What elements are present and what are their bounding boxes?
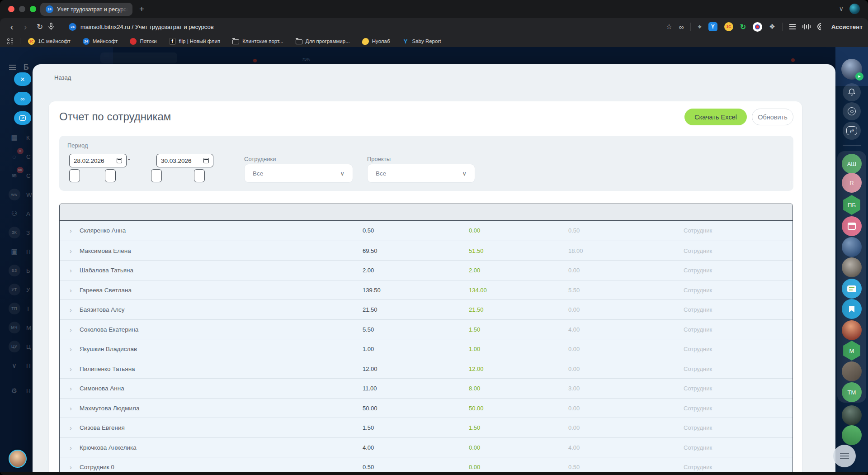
expand-chevron-icon[interactable]: › <box>70 221 72 241</box>
voice-equalizer-icon[interactable] <box>802 24 811 29</box>
assistant-wave-icon[interactable] <box>817 23 825 30</box>
expand-chevron-icon[interactable]: › <box>70 379 72 399</box>
fullscreen-window-button[interactable] <box>30 6 36 12</box>
table-row[interactable]: › Гареева Светлана 139.50 134.00 5.50 Со… <box>60 280 793 300</box>
bookmark-item[interactable]: f flip | Новый флип <box>169 38 220 45</box>
messenger-button[interactable]: ⇄ <box>843 122 861 140</box>
assistant-label[interactable]: Ассистент <box>831 24 863 30</box>
back-link[interactable]: Назад <box>54 74 71 81</box>
bookmark-item[interactable]: 1С 1С мейнсофт <box>28 38 71 45</box>
reload-button[interactable]: ↻ <box>34 18 45 35</box>
table-row[interactable]: › Скляренко Анна 0.50 0.00 0.50 Сотрудни… <box>60 221 793 241</box>
table-row[interactable]: › Махмутова Людмила 50.00 50.00 0.00 Сот… <box>60 398 793 418</box>
open-in-new-window-button[interactable]: ↗ <box>14 111 31 125</box>
table-row[interactable]: › Пилипенко Татьяна 12.00 12.00 0.00 Сот… <box>60 359 793 379</box>
employee-name: Гареева Светлана <box>80 280 132 300</box>
calendar-chat-avatar[interactable] <box>842 216 862 236</box>
calendar-icon <box>848 223 856 230</box>
current-user-avatar[interactable] <box>9 450 27 468</box>
employees-select[interactable]: Все ∨ <box>244 164 353 183</box>
notifications-button[interactable] <box>843 83 861 101</box>
chat-avatar-photo[interactable] <box>842 425 862 445</box>
chat-avatar-photo[interactable] <box>842 257 862 277</box>
expand-chevron-icon[interactable]: › <box>70 359 72 379</box>
user-avatar[interactable]: ▶ <box>841 59 862 80</box>
sync-extension-icon[interactable]: ↻ <box>740 23 746 31</box>
table-row[interactable]: › Крючкова Анжелика 4.00 0.00 4.00 Сотру… <box>60 437 793 457</box>
chat-avatar-initials[interactable]: R <box>842 173 862 193</box>
table-row[interactable]: › Сотрудник 0 0.50 0.00 0.50 Сотрудник <box>60 457 793 472</box>
quick-range-button[interactable] <box>105 169 116 182</box>
quick-range-button[interactable] <box>194 169 205 182</box>
table-row[interactable]: › Сизова Евгения 1.50 1.50 0.00 Сотрудни… <box>60 418 793 437</box>
table-row[interactable]: › Симонова Анна 11.00 8.00 3.00 Сотрудни… <box>60 378 793 398</box>
bookmark-item[interactable]: Для программир... <box>296 38 350 44</box>
browser-tab[interactable]: 24 Учет трудозатрат и ресурсов <box>40 3 132 16</box>
expand-chevron-icon[interactable]: › <box>70 241 72 261</box>
bookmark-item[interactable]: Нуолаб <box>362 38 390 45</box>
target-extension-icon[interactable] <box>753 22 762 32</box>
table-row[interactable]: › Баязитова Алсу 21.50 21.50 0.00 Сотруд… <box>60 299 793 319</box>
quick-range-button[interactable] <box>69 169 80 182</box>
row-type: Сотрудник <box>684 399 712 418</box>
quick-menu-fab[interactable] <box>833 445 856 467</box>
address-bar-row: ‹ › ↻ 24 mainsoft.bitrix24.ru / Учет тру… <box>0 18 868 35</box>
close-slider-button[interactable]: ✕ <box>14 72 31 86</box>
download-excel-button[interactable]: Скачать Excel <box>684 109 747 125</box>
forward-button[interactable]: › <box>20 18 31 35</box>
refresh-button[interactable]: Обновить <box>752 109 793 125</box>
extensions-puzzle-icon[interactable]: ❖ <box>769 23 775 31</box>
focus-button[interactable] <box>843 102 861 120</box>
1c-extension-icon[interactable]: 1С <box>724 22 733 31</box>
quick-range-button[interactable] <box>151 169 162 182</box>
expand-chevron-icon[interactable]: › <box>70 300 72 320</box>
new-tab-button[interactable]: + <box>139 3 144 15</box>
copy-link-button[interactable]: ∞ <box>14 92 31 105</box>
counted-hours: 51.50 <box>469 241 484 261</box>
voice-search-icon[interactable] <box>48 23 54 30</box>
minimize-window-button[interactable] <box>19 6 25 12</box>
back-button[interactable]: ‹ <box>6 18 17 35</box>
bookmark-item[interactable]: Потоки <box>130 38 156 45</box>
table-row[interactable]: › Якушкин Владислав 1.00 1.00 0.00 Сотру… <box>60 339 793 359</box>
yandex-extension-icon[interactable]: Y <box>708 22 717 31</box>
bookmark-item[interactable]: Y Saby Report <box>402 38 441 45</box>
expand-chevron-icon[interactable]: › <box>70 399 72 418</box>
url-text[interactable]: mainsoft.bitrix24.ru / Учет трудозатрат … <box>80 18 214 35</box>
bookmark-favicon <box>130 38 137 45</box>
bookmark-star-icon[interactable]: ☆ <box>666 23 672 31</box>
reader-mode-icon[interactable] <box>789 26 796 27</box>
tab-list-chevron-icon[interactable]: ∨ <box>839 5 844 12</box>
expand-chevron-icon[interactable]: › <box>70 261 72 280</box>
chat-avatar-photo[interactable] <box>842 320 862 340</box>
table-row[interactable]: › Соколова Екатерина 5.50 1.50 4.00 Сотр… <box>60 319 793 339</box>
expand-chevron-icon[interactable]: › <box>70 339 72 359</box>
bookmark-item[interactable]: Клинтские порт... <box>232 38 283 44</box>
expand-chevron-icon[interactable]: › <box>70 280 72 300</box>
screenshot-icon[interactable]: ⌖ <box>698 23 701 31</box>
bookmark-item[interactable]: 24 Мейнсофт <box>83 38 118 45</box>
counted-hours: 134.00 <box>469 280 487 300</box>
expand-chevron-icon[interactable]: › <box>70 418 72 438</box>
projects-select[interactable]: Все ∨ <box>367 164 475 183</box>
expand-chevron-icon[interactable]: › <box>70 320 72 340</box>
table-row[interactable]: › Максимова Елена 69.50 51.50 18.00 Сотр… <box>60 241 793 261</box>
expand-chevron-icon[interactable]: › <box>70 457 72 472</box>
chat-avatar-photo[interactable] <box>842 405 862 425</box>
total-hours: 1.50 <box>363 418 374 438</box>
expand-chevron-icon[interactable]: › <box>70 438 72 458</box>
chat-avatar-initials[interactable]: ТМ <box>842 382 862 402</box>
apps-grid-icon[interactable] <box>7 38 13 44</box>
table-row[interactable]: › Шабалова Татьяна 2.00 2.00 0.00 Сотруд… <box>60 260 793 280</box>
window-controls[interactable] <box>8 6 36 12</box>
chat-bubbles-icon <box>847 285 856 292</box>
close-window-button[interactable] <box>8 6 14 12</box>
copy-link-icon[interactable]: ∞ <box>679 23 684 31</box>
group-chat-photo[interactable] <box>842 361 862 381</box>
browser-profile-avatar[interactable] <box>849 4 860 14</box>
employees-label: Сотрудники <box>244 156 276 162</box>
group-chat-avatar[interactable] <box>842 279 862 299</box>
saved-messages-avatar[interactable] <box>842 299 862 319</box>
chat-avatar-initials[interactable]: АШ <box>842 154 862 174</box>
chat-avatar-photo[interactable] <box>842 237 862 257</box>
